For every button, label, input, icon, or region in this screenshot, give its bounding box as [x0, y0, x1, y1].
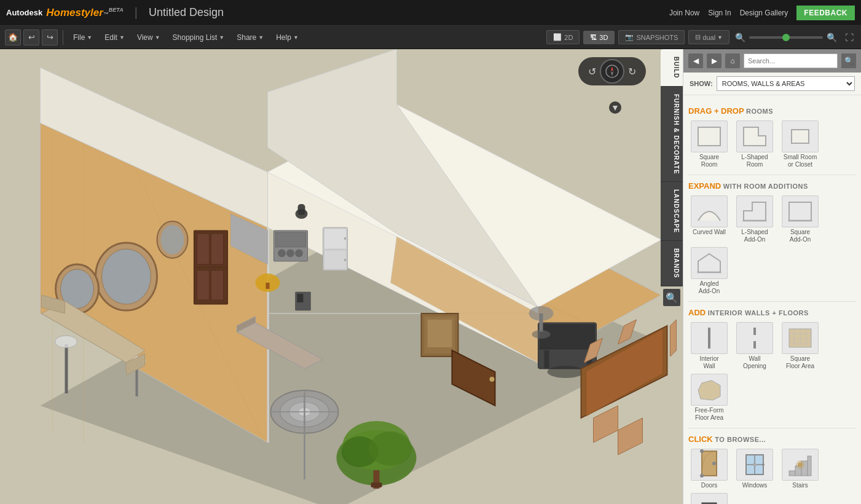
panel-back-button[interactable]: ◀ — [688, 53, 703, 68]
svg-marker-95 — [611, 71, 613, 76]
drag-drop-rooms-grid: SquareRoom L-ShapedRoom — [688, 120, 856, 168]
edit-menu[interactable]: Edit ▼ — [100, 31, 130, 44]
project-title[interactable]: Untitled Design — [149, 6, 224, 19]
design-gallery-link[interactable]: Design Gallery — [740, 9, 788, 17]
svg-point-117 — [712, 462, 716, 465]
drag-drop-rooms-title: DRAG + DROP ROOMS — [688, 106, 856, 116]
stairs-item[interactable]: Stairs — [779, 449, 821, 489]
small-room-icon — [782, 120, 819, 152]
square-room-icon — [691, 120, 728, 152]
svg-rect-66 — [545, 350, 549, 369]
feedback-button[interactable]: FEEDBACK — [796, 6, 855, 20]
svg-rect-85 — [428, 320, 452, 347]
interior-wall-item[interactable]: InteriorWall — [688, 322, 730, 370]
click-browse-grid: Doors Windows — [688, 449, 856, 504]
svg-marker-97 — [744, 127, 766, 146]
home-button[interactable]: 🏠 — [5, 30, 21, 45]
shopping-list-menu[interactable]: Shopping List ▼ — [168, 31, 230, 44]
panel-forward-button[interactable]: ▶ — [707, 53, 721, 68]
square-addon-item[interactable]: SquareAdd-On — [779, 195, 821, 243]
panel-header: ◀ ▶ ⌂ 🔍 — [683, 49, 861, 73]
sign-in-link[interactable]: Sign In — [708, 9, 731, 17]
expand-room-additions-grid: Curved Wall L-ShapedAdd-On — [688, 195, 856, 295]
file-menu[interactable]: File ▼ — [68, 31, 97, 44]
svg-point-129 — [798, 462, 803, 467]
doors-label: Doors — [701, 482, 718, 489]
panel-search-button[interactable]: 🔍 — [841, 53, 856, 68]
view-menu[interactable]: View ▼ — [132, 31, 165, 44]
interior-wall-icon — [691, 322, 728, 354]
join-now-link[interactable]: Join Now — [669, 9, 699, 17]
view-2d-button[interactable]: ⬜ 2D — [546, 30, 580, 44]
navigation-compass: ↺ ↻ ▼ — [578, 60, 652, 97]
freeform-floor-label: Free-FormFloor Area — [694, 407, 723, 422]
brands-tab[interactable]: BRANDS — [661, 241, 683, 286]
share-menu[interactable]: Share ▼ — [232, 31, 269, 44]
l-shaped-room-icon — [736, 120, 773, 152]
svg-rect-98 — [792, 130, 809, 143]
doors-item[interactable]: Doors — [688, 449, 730, 489]
windows-item[interactable]: Windows — [734, 449, 776, 489]
help-menu[interactable]: Help ▼ — [271, 31, 304, 44]
angled-addon-label: AngledAdd-On — [699, 280, 720, 295]
freeform-floor-item[interactable]: Free-FormFloor Area — [688, 374, 730, 422]
square-room-item[interactable]: SquareRoom — [688, 120, 730, 168]
toolbar: 🏠 ↩ ↪ File ▼ Edit ▼ View ▼ Shopping List… — [0, 26, 861, 49]
wall-opening-item[interactable]: WallOpening — [734, 322, 776, 370]
show-row: SHOW: ROOMS, WALLS & AREAS ALL ROOMS ONL… — [683, 73, 861, 95]
windows-icon — [736, 449, 773, 481]
l-shaped-addon-icon — [736, 195, 773, 227]
freeform-floor-icon — [691, 374, 728, 406]
dual-button[interactable]: ⊟ dual ▼ — [688, 30, 729, 44]
fullscreen-button[interactable]: ⛶ — [843, 33, 856, 42]
undo-button[interactable]: ↩ — [23, 30, 39, 45]
zoom-slider[interactable] — [749, 36, 823, 39]
fireplaces-icon — [691, 493, 728, 504]
click-browse-section: CLICK TO BROWSE... — [688, 435, 856, 504]
square-floor-icon — [782, 322, 819, 354]
panel-search-input[interactable] — [744, 53, 838, 68]
square-floor-label: SquareFloor Area — [786, 355, 814, 370]
small-room-label: Small Roomor Closet — [784, 154, 817, 168]
zoom-out-button[interactable]: 🔍 — [733, 33, 747, 42]
l-shaped-room-label: L-ShapedRoom — [741, 154, 768, 168]
landscape-tab[interactable]: LANDSCAPE — [661, 182, 683, 241]
view-3d-button[interactable]: 🏗 3D — [583, 31, 615, 44]
wall-opening-label: WallOpening — [743, 355, 766, 370]
curved-wall-item[interactable]: Curved Wall — [688, 195, 730, 243]
rotate-left-button[interactable]: ↺ — [588, 66, 596, 77]
svg-point-42 — [102, 249, 151, 304]
compass-down-button[interactable]: ▼ — [609, 101, 621, 114]
panel-search-icon[interactable]: 🔍 — [663, 289, 680, 306]
panel-content: DRAG + DROP ROOMS SquareRoom — [683, 95, 861, 504]
l-shaped-room-item[interactable]: L-ShapedRoom — [734, 120, 776, 168]
fireplaces-item[interactable]: Fireplaces — [688, 493, 730, 504]
rotate-right-button[interactable]: ↻ — [628, 66, 636, 77]
show-dropdown[interactable]: ROOMS, WALLS & AREAS ALL ROOMS ONLY WALL… — [717, 76, 855, 91]
logo-area: Autodesk Homestyler™BETA | Untitled Desi… — [6, 6, 224, 20]
layers-icon: ⊟ — [695, 33, 701, 41]
build-tab[interactable]: BUILD — [661, 49, 683, 87]
canvas-area[interactable]: Wall Stairs ↺ ↻ — [0, 49, 683, 504]
windows-label: Windows — [742, 482, 768, 489]
svg-rect-100 — [742, 219, 767, 222]
compass-center-button[interactable] — [600, 59, 624, 84]
small-room-item[interactable]: Small Roomor Closet — [779, 120, 821, 168]
square-floor-item[interactable]: SquareFloor Area — [779, 322, 821, 370]
snapshots-button[interactable]: 📷 SNAPSHOTS — [618, 30, 685, 44]
redo-button[interactable]: ↪ — [42, 30, 58, 45]
l-shaped-addon-item[interactable]: L-ShapedAdd-On — [734, 195, 776, 243]
compass-ring: ↺ ↻ — [578, 57, 646, 85]
svg-marker-99 — [744, 202, 766, 221]
zoom-in-button[interactable]: 🔍 — [825, 33, 839, 42]
section-divider-1 — [688, 175, 856, 175]
svg-marker-75 — [670, 320, 677, 356]
angled-addon-item[interactable]: AngledAdd-On — [688, 247, 730, 295]
svg-rect-106 — [753, 328, 756, 335]
svg-point-31 — [296, 250, 303, 257]
panel-home-button[interactable]: ⌂ — [725, 53, 740, 68]
furnish-decorate-tab[interactable]: FURNISH & DECORATE — [661, 87, 683, 183]
svg-rect-50 — [266, 283, 270, 289]
svg-rect-77 — [540, 313, 543, 332]
svg-point-123 — [753, 463, 757, 467]
